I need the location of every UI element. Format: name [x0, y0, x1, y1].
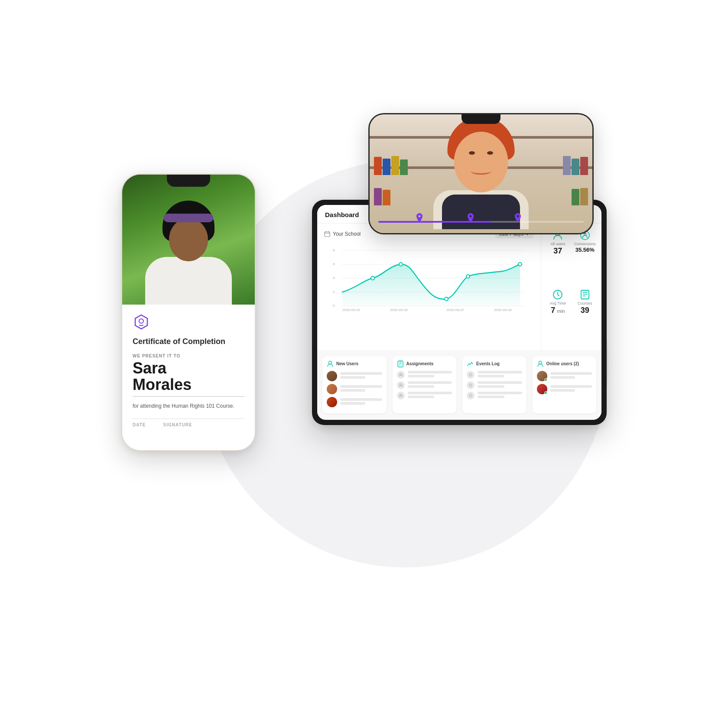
chart-point-2	[399, 263, 403, 266]
svg-point-28	[469, 373, 472, 376]
dashboard-cards: New Users	[317, 350, 601, 419]
phone-certificate: Certificate of Completion WE PRESENT IT …	[121, 174, 256, 451]
book-1	[374, 157, 382, 175]
svg-point-29	[469, 384, 472, 386]
svg-text:4: 4	[333, 276, 335, 280]
new-users-card-icon	[327, 360, 334, 367]
svg-point-30	[469, 394, 472, 397]
assign-icon-1	[397, 371, 405, 379]
online-user-row-2	[537, 384, 592, 394]
video-content	[370, 114, 592, 233]
courses-value: 39	[581, 306, 589, 315]
location-pin-2	[467, 213, 474, 224]
phone-notch	[167, 175, 210, 187]
online-user-avatar-1	[537, 371, 547, 381]
all-users-value: 37	[553, 247, 562, 256]
certificate-content: Certificate of Completion WE PRESENT IT …	[122, 305, 255, 451]
assignments-card-header: Assignments	[397, 360, 452, 367]
event-row-2	[467, 381, 522, 389]
online-users-card-header: Online users (2)	[537, 360, 592, 367]
assignments-card-icon	[397, 360, 404, 367]
svg-rect-4	[325, 232, 330, 237]
conversions-label: Conversions	[574, 242, 596, 246]
online-user-row-1	[537, 371, 592, 381]
dashboard-stats: All users 37 Conversions 35.56%	[541, 224, 601, 350]
book-8	[572, 159, 579, 175]
new-users-row-3	[327, 397, 382, 407]
svg-text:6: 6	[333, 262, 335, 266]
dashboard-chart-area: Your School Last 7 days	[317, 224, 541, 350]
svg-rect-22	[581, 290, 589, 299]
svg-text:2020-09-03: 2020-09-03	[342, 308, 360, 312]
cert-footer: DATE SIGNATURE	[133, 419, 244, 427]
online-user-avatar-2	[537, 384, 547, 394]
svg-point-1	[139, 319, 143, 323]
book-11	[572, 189, 579, 205]
line-chart: 8 6 4 2 0	[324, 243, 534, 312]
avg-time-value: 7	[551, 306, 555, 315]
book-9	[563, 156, 571, 175]
event-icon-1	[467, 371, 474, 379]
all-users-label: All users	[550, 242, 566, 246]
cert-description: for attending the Human Rights 101 Cours…	[133, 402, 244, 410]
assignments-card-title: Assignments	[406, 361, 434, 366]
new-users-card-title: New Users	[336, 361, 358, 366]
chart-container: 8 6 4 2 0	[324, 243, 534, 312]
event-row-3	[467, 392, 522, 399]
chart-point-4	[466, 275, 470, 278]
assign-icon-3	[397, 392, 405, 399]
cert-date-label: DATE	[133, 422, 146, 427]
stat-conversions: Conversions 35.56%	[574, 230, 597, 285]
calendar-icon	[324, 231, 330, 237]
stat-courses: Courses 39	[574, 289, 597, 344]
avg-time-icon	[552, 289, 563, 300]
svg-text:2020-09-07: 2020-09-07	[446, 308, 464, 312]
chart-point-5	[518, 263, 522, 266]
svg-text:2020-09-09: 2020-09-09	[494, 308, 512, 312]
scene: Certificate of Completion WE PRESENT IT …	[121, 113, 607, 598]
user-avatar-1	[327, 371, 337, 381]
new-users-card-header: New Users	[327, 360, 382, 367]
conversions-value: 35.56%	[575, 247, 595, 253]
assign-row-3	[397, 392, 452, 399]
stat-avg-time: Avg Time 7 min	[546, 289, 569, 344]
online-users-card-icon	[537, 360, 544, 367]
avg-time-unit: min	[557, 308, 565, 314]
online-users-card: Online users (2)	[533, 356, 597, 413]
tablet-screen: Dashboard Create course Preview home pag…	[317, 205, 601, 420]
book-7	[580, 157, 588, 175]
location-pin-1	[416, 213, 423, 224]
user-2-info	[340, 385, 382, 393]
svg-text:2020-09-05: 2020-09-05	[390, 308, 408, 312]
events-log-card: Events Log	[462, 356, 526, 413]
svg-text:2: 2	[333, 290, 335, 294]
user-1-info	[340, 372, 382, 380]
dashboard-title: Dashboard	[325, 211, 359, 218]
assign-icon-2	[397, 381, 405, 389]
stat-all-users: All users 37	[546, 230, 569, 285]
new-users-row-1	[327, 371, 382, 381]
book-6	[383, 190, 390, 205]
phone-video	[368, 113, 594, 234]
phone-top-notch	[462, 114, 500, 124]
book-2	[383, 159, 390, 175]
user-avatar-3	[327, 397, 337, 407]
online-users-card-title: Online users (2)	[546, 361, 579, 366]
cert-recipient-name: Sara Morales	[133, 360, 244, 397]
user-avatar-2	[327, 384, 337, 394]
assignments-card: Assignments	[393, 356, 457, 413]
book-10	[580, 188, 588, 205]
assign-row-1	[397, 371, 452, 379]
certificate-photo	[122, 175, 255, 305]
chart-point-1	[371, 276, 374, 280]
events-log-card-title: Events Log	[476, 361, 500, 366]
book-5	[374, 188, 382, 205]
video-person	[420, 117, 542, 229]
events-card-icon	[467, 360, 474, 367]
svg-text:8: 8	[333, 248, 335, 252]
user-3-info	[340, 398, 382, 406]
book-4	[400, 159, 408, 175]
event-icon-2	[467, 381, 474, 389]
courses-icon	[579, 289, 591, 300]
chart-point-3	[445, 297, 448, 301]
